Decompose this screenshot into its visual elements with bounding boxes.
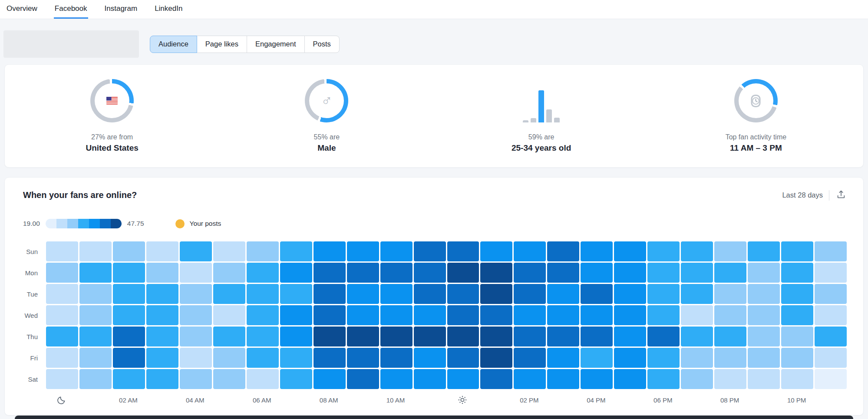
heatmap-cell[interactable]	[113, 327, 145, 346]
heatmap-cell[interactable]	[714, 348, 746, 368]
heatmap-cell[interactable]	[46, 241, 78, 261]
heatmap-cell[interactable]	[815, 263, 847, 283]
heatmap-cell[interactable]	[146, 241, 178, 261]
heatmap-cell[interactable]	[280, 284, 312, 304]
heatmap-cell[interactable]	[748, 284, 780, 304]
heatmap-cell[interactable]	[781, 284, 813, 304]
heatmap-cell[interactable]	[380, 327, 413, 346]
heatmap-cell[interactable]	[247, 305, 279, 325]
tab-facebook[interactable]: Facebook	[54, 0, 88, 19]
heatmap-cell[interactable]	[781, 369, 813, 389]
heatmap-cell[interactable]	[447, 284, 479, 304]
heatmap-cell[interactable]	[547, 305, 579, 325]
heatmap-cell[interactable]	[146, 369, 178, 389]
heatmap-cell[interactable]	[480, 348, 512, 368]
heatmap-cell[interactable]	[113, 241, 145, 261]
heatmap-cell[interactable]	[781, 263, 813, 283]
heatmap-cell[interactable]	[380, 263, 413, 283]
heatmap-cell[interactable]	[614, 348, 646, 368]
heatmap-cell[interactable]	[380, 305, 413, 325]
heatmap-cell[interactable]	[815, 241, 847, 261]
heatmap-cell[interactable]	[314, 284, 346, 304]
heatmap-cell[interactable]	[79, 348, 112, 368]
heatmap-cell[interactable]	[547, 284, 579, 304]
tab-instagram[interactable]: Instagram	[104, 0, 139, 19]
heatmap-cell[interactable]	[213, 284, 245, 304]
heatmap-cell[interactable]	[280, 348, 312, 368]
heatmap-cell[interactable]	[414, 348, 446, 368]
heatmap-cell[interactable]	[247, 348, 279, 368]
segment-audience[interactable]: Audience	[150, 36, 197, 53]
heatmap-cell[interactable]	[581, 369, 613, 389]
heatmap-cell[interactable]	[380, 241, 413, 261]
heatmap-cell[interactable]	[581, 305, 613, 325]
heatmap-cell[interactable]	[146, 348, 178, 368]
heatmap-cell[interactable]	[714, 241, 746, 261]
heatmap-cell[interactable]	[647, 241, 680, 261]
heatmap-cell[interactable]	[748, 241, 780, 261]
heatmap-cell[interactable]	[347, 284, 379, 304]
heatmap-cell[interactable]	[314, 327, 346, 346]
heatmap-cell[interactable]	[46, 284, 78, 304]
heatmap-cell[interactable]	[46, 369, 78, 389]
heatmap-cell[interactable]	[547, 348, 579, 368]
heatmap-cell[interactable]	[414, 305, 446, 325]
heatmap-cell[interactable]	[314, 305, 346, 325]
heatmap-cell[interactable]	[614, 327, 646, 346]
heatmap-cell[interactable]	[581, 327, 613, 346]
heatmap-cell[interactable]	[347, 327, 379, 346]
heatmap-cell[interactable]	[748, 327, 780, 346]
heatmap-cell[interactable]	[146, 284, 178, 304]
heatmap-cell[interactable]	[714, 263, 746, 283]
heatmap-cell[interactable]	[180, 348, 212, 368]
heatmap-cell[interactable]	[347, 305, 379, 325]
heatmap-cell[interactable]	[347, 369, 379, 389]
segment-page-likes[interactable]: Page likes	[197, 36, 247, 53]
heatmap-cell[interactable]	[447, 241, 479, 261]
heatmap-cell[interactable]	[280, 305, 312, 325]
heatmap-cell[interactable]	[514, 327, 546, 346]
heatmap-cell[interactable]	[213, 348, 245, 368]
export-button[interactable]	[835, 189, 847, 201]
heatmap-cell[interactable]	[547, 327, 579, 346]
heatmap-cell[interactable]	[280, 327, 312, 346]
heatmap-cell[interactable]	[247, 369, 279, 389]
heatmap-cell[interactable]	[314, 241, 346, 261]
heatmap-cell[interactable]	[547, 241, 579, 261]
heatmap-cell[interactable]	[714, 305, 746, 325]
heatmap-cell[interactable]	[815, 305, 847, 325]
heatmap-cell[interactable]	[447, 348, 479, 368]
heatmap-cell[interactable]	[447, 369, 479, 389]
heatmap-cell[interactable]	[480, 327, 512, 346]
heatmap-cell[interactable]	[480, 241, 512, 261]
heatmap-cell[interactable]	[414, 327, 446, 346]
heatmap-cell[interactable]	[681, 263, 713, 283]
heatmap-cell[interactable]	[280, 369, 312, 389]
heatmap-cell[interactable]	[46, 348, 78, 368]
heatmap-cell[interactable]	[514, 305, 546, 325]
heatmap-cell[interactable]	[247, 284, 279, 304]
heatmap-cell[interactable]	[113, 305, 145, 325]
heatmap-cell[interactable]	[414, 369, 446, 389]
heatmap-cell[interactable]	[647, 284, 680, 304]
heatmap-cell[interactable]	[581, 241, 613, 261]
heatmap-cell[interactable]	[113, 284, 145, 304]
heatmap-cell[interactable]	[113, 263, 145, 283]
heatmap-cell[interactable]	[46, 327, 78, 346]
heatmap-cell[interactable]	[79, 263, 112, 283]
heatmap-cell[interactable]	[480, 305, 512, 325]
heatmap-cell[interactable]	[514, 284, 546, 304]
heatmap-cell[interactable]	[815, 348, 847, 368]
heatmap-cell[interactable]	[213, 369, 245, 389]
heatmap-cell[interactable]	[614, 263, 646, 283]
heatmap-cell[interactable]	[213, 241, 245, 261]
heatmap-cell[interactable]	[781, 305, 813, 325]
heatmap-cell[interactable]	[748, 369, 780, 389]
heatmap-cell[interactable]	[46, 263, 78, 283]
heatmap-cell[interactable]	[681, 305, 713, 325]
heatmap-cell[interactable]	[280, 241, 312, 261]
heatmap-cell[interactable]	[180, 241, 212, 261]
heatmap-cell[interactable]	[815, 327, 847, 346]
heatmap-cell[interactable]	[79, 305, 112, 325]
heatmap-cell[interactable]	[681, 327, 713, 346]
